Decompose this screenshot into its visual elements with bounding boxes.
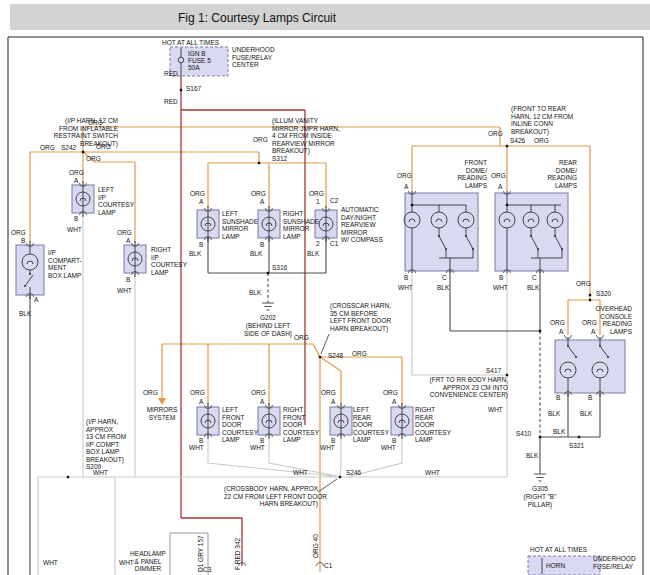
wire-label-org: ORG: [96, 143, 111, 151]
wire-label-wht: WHT: [117, 287, 132, 295]
pin-label-b: B: [199, 241, 203, 249]
wire-label-org: ORG: [491, 172, 506, 180]
pin-label-a: A: [404, 183, 408, 191]
wire-label-org: ORG: [488, 130, 503, 138]
wire-label-org: ORG: [397, 172, 412, 180]
left-sunshade-mirror-lamp-label: LEFT SUNSHADE MIRROR LAMP: [222, 210, 258, 240]
wire-label-org: ORG: [576, 280, 591, 288]
wire-label-org: ORG: [550, 319, 565, 327]
pin-label-a: A: [199, 398, 203, 406]
wire-label-org: ORG: [294, 334, 309, 342]
ground-g305-location: (RIGHT "B" PILLAR): [516, 493, 564, 508]
ip-compartment-box-lamp-label: I/P COMPART- MENT BOX LAMP: [48, 249, 82, 279]
wire-label-org: ORG: [251, 389, 266, 397]
wire-label-blk: BLK: [307, 250, 319, 258]
pin-label-2: 2: [316, 240, 320, 248]
overhead-console-label: OVERHEAD CONSOLE READING LAMPS: [594, 305, 632, 335]
wire-label-org: ORG: [11, 229, 26, 237]
pin-label-b: B: [404, 274, 408, 282]
wire-label-org: ORG: [88, 119, 103, 127]
connector-label-c1: C1: [330, 240, 338, 248]
pin-label-b: B: [260, 241, 264, 249]
pin-label-a: A: [34, 296, 38, 304]
wire-label-wht: WHT: [488, 406, 503, 414]
splice-s246: S246: [346, 469, 361, 477]
note-ip-harn-2: (I/P HARN, APPROX 13 CM FROM I/P COMPT B…: [86, 418, 126, 471]
pin-label-a: A: [260, 198, 264, 206]
wire-label-org: ORG: [321, 389, 336, 397]
wire-label-wht: WHT: [250, 444, 265, 452]
wire-label-org: ORG: [86, 155, 101, 163]
wire-label-blk: BLK: [548, 410, 560, 418]
splice-s321: S321: [569, 442, 584, 450]
pin-label-a: A: [559, 328, 563, 336]
ground-g202-location: (BEHIND LEFT SIDE OF DASH): [234, 322, 302, 337]
headlamp-panel-dimmer-label: HEADLAMP & PANEL DIMMER: [129, 550, 167, 573]
hot-at-all-times-label: HOT AT ALL TIMES: [530, 546, 587, 554]
splice-s242: S242: [61, 144, 76, 152]
pin-label-b: B: [556, 394, 560, 402]
wire-label-org: ORG: [383, 389, 398, 397]
overhead-console-lamps-box: [555, 340, 625, 393]
pin-label-a: A: [591, 328, 595, 336]
wire-label-org: ORG: [190, 389, 205, 397]
connector-label-c1: C1: [324, 562, 332, 570]
splice-s248: S248: [328, 352, 343, 360]
wire-label-wht: WHT: [493, 284, 508, 292]
underhood-center-label: UNDERHOOD FUSE/RELAY CENTER: [232, 46, 275, 69]
wire-label-wht: WHT: [398, 284, 413, 292]
wire-label-wht: WHT: [93, 469, 108, 477]
wire-label-org: ORG: [117, 229, 132, 237]
splice-s167: S167: [186, 85, 201, 93]
note-illum-vanity: (ILLUM VANITY MIRROR JMPR HARN, 4 CM FRO…: [272, 117, 340, 162]
wire-label-org-40: ORG 40: [312, 534, 319, 558]
right-rear-door-lamp-label: RIGHT REAR DOOR COURTESY LAMP: [415, 406, 451, 444]
rear-dome-lamps-label: REAR DOME/ READING LAMPS: [542, 159, 577, 189]
note-frt-to-rr: (FRT TO RR BODY HARN, APPROX 23 CM INTO …: [420, 376, 508, 399]
wire-label-blk: BLK: [553, 428, 565, 436]
pin-label-b: B: [21, 237, 25, 245]
ground-symbol-g305: [534, 474, 546, 481]
wire-label-org: ORG: [251, 190, 266, 198]
auto-mirror-label: AUTOMATIC DAY/NIGHT REARVIEW MIRROR W/ C…: [341, 206, 383, 244]
ground-g305: G305: [524, 485, 556, 493]
wire-label-blk: BLK: [250, 250, 262, 258]
wire-label-red-342: F RED 342: [234, 537, 241, 570]
fuse-amps-label: 50A: [188, 64, 200, 72]
wire-label-red: RED: [164, 70, 178, 78]
wire-label-org: ORG: [69, 169, 84, 177]
splice-s417: S417: [486, 367, 501, 375]
underhood-center-label-2: UNDERHOOD FUSE/RELAY: [593, 555, 636, 570]
wire-label-org: ORG: [352, 350, 367, 358]
right-front-door-lamp-label: RIGHT FRONT DOOR COURTESY LAMP: [283, 406, 319, 444]
connector-label-c3: C3: [203, 566, 211, 574]
wire-label-wht: WHT: [67, 226, 82, 234]
note-front-to-rear: (FRONT TO REAR HARN, 12 CM FROM INLINE C…: [511, 105, 573, 135]
splice-s316: S316: [272, 264, 287, 272]
pin-label-b: B: [588, 394, 592, 402]
right-sunshade-mirror-lamp-label: RIGHT SUNSHADE MIRROR LAMP: [283, 210, 319, 240]
note-crosscar: (CROSSCAR HARN, 35 CM BEFORE LEFT FRONT …: [330, 302, 391, 332]
wire-label-org: ORG: [534, 137, 549, 145]
pin-label-a: A: [126, 237, 130, 245]
wire-label-wht: WHT: [381, 444, 396, 452]
front-dome-lamps-label: FRONT DOME/ READING LAMPS: [452, 159, 487, 189]
mirrors-system-label: MIRRORS SYSTEM: [138, 406, 186, 421]
wiring-diagram-page: Fig 1: Courtesy Lamps Circuit: [0, 0, 650, 575]
pin-label-b: B: [126, 276, 130, 284]
horn-fuse-label: HORN: [546, 562, 565, 570]
wire-label-blk: BLK: [526, 452, 538, 460]
wire-label-wht: WHT: [320, 444, 335, 452]
pin-label-a: A: [199, 198, 203, 206]
pin-label-a: A: [74, 177, 78, 185]
wire-label-blk: BLK: [437, 284, 449, 292]
wire-label-red: RED: [164, 98, 178, 106]
ground-g202: G202: [252, 314, 284, 322]
connector-label-c2: C2: [330, 197, 338, 205]
wire-label-wht: WHT: [425, 469, 440, 477]
pin-label-b: B: [499, 274, 503, 282]
wire-label-org: ORG: [40, 144, 55, 152]
wire-label-org: ORG: [190, 190, 205, 198]
wire-label-org: ORG: [309, 190, 324, 198]
wire-label-org: ORG: [582, 319, 597, 327]
